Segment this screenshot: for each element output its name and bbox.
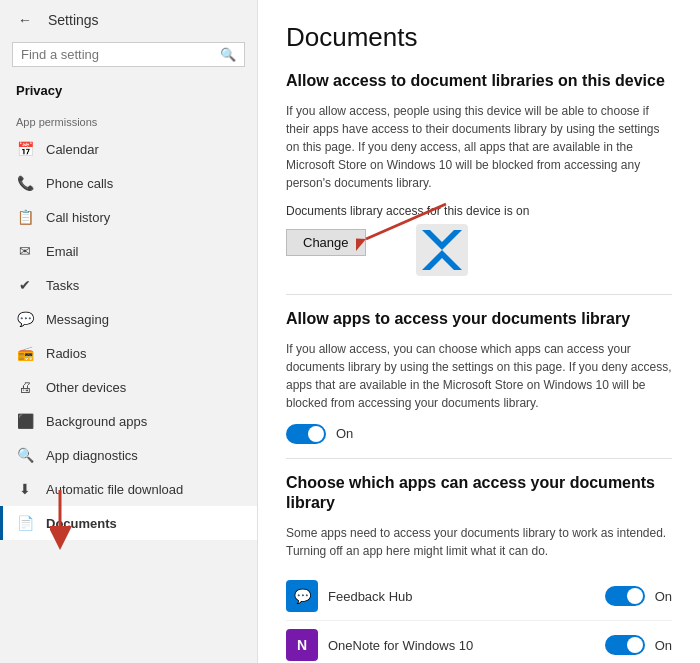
search-input[interactable] <box>21 47 214 62</box>
main-content: Documents Allow access to document libra… <box>258 0 700 663</box>
sidebar-item-label: Background apps <box>46 414 147 429</box>
sidebar-item-label: Other devices <box>46 380 126 395</box>
windows-logo <box>416 224 468 280</box>
call-history-icon: 📋 <box>16 209 34 225</box>
feedback-hub-toggle-label: On <box>655 589 672 604</box>
sidebar-item-radios[interactable]: 📻 Radios <box>0 336 257 370</box>
sidebar-item-label: Automatic file download <box>46 482 183 497</box>
calendar-icon: 📅 <box>16 141 34 157</box>
back-button[interactable]: ← <box>12 10 38 30</box>
section3-desc: Some apps need to access your documents … <box>286 524 672 560</box>
sidebar-item-email[interactable]: ✉ Email <box>0 234 257 268</box>
sidebar-item-tasks[interactable]: ✔ Tasks <box>0 268 257 302</box>
tasks-icon: ✔ <box>16 277 34 293</box>
auto-download-icon: ⬇ <box>16 481 34 497</box>
sidebar-item-call-history[interactable]: 📋 Call history <box>0 200 257 234</box>
onenote-toggle[interactable] <box>605 635 645 655</box>
search-icon: 🔍 <box>220 47 236 62</box>
sidebar-item-other-devices[interactable]: 🖨 Other devices <box>0 370 257 404</box>
divider-2 <box>286 458 672 459</box>
background-apps-icon: ⬛ <box>16 413 34 429</box>
settings-title: Settings <box>48 12 99 28</box>
sidebar-item-messaging[interactable]: 💬 Messaging <box>0 302 257 336</box>
device-access-label: Documents library access for this device… <box>286 204 672 218</box>
page-title: Documents <box>286 22 672 53</box>
feedback-hub-name: Feedback Hub <box>328 589 595 604</box>
sidebar-item-app-diagnostics[interactable]: 🔍 App diagnostics <box>0 438 257 472</box>
sidebar-item-label: Radios <box>46 346 86 361</box>
section3-heading: Choose which apps can access your docume… <box>286 473 672 515</box>
sidebar-item-background-apps[interactable]: ⬛ Background apps <box>0 404 257 438</box>
section-device-access: Allow access to document libraries on th… <box>286 71 672 280</box>
sidebar-item-label: Email <box>46 244 79 259</box>
section-choose-apps: Choose which apps can access your docume… <box>286 473 672 663</box>
sidebar-item-calendar[interactable]: 📅 Calendar <box>0 132 257 166</box>
feedback-hub-icon: 💬 <box>286 580 318 612</box>
section2-toggle[interactable] <box>286 424 326 444</box>
section2-desc: If you allow access, you can choose whic… <box>286 340 672 412</box>
sidebar-item-documents[interactable]: 📄 Documents <box>0 506 257 540</box>
section2-toggle-label: On <box>336 426 353 441</box>
radios-icon: 📻 <box>16 345 34 361</box>
onenote-icon: N <box>286 629 318 661</box>
sidebar-item-label: App diagnostics <box>46 448 138 463</box>
app-diagnostics-icon: 🔍 <box>16 447 34 463</box>
sidebar-item-label: Calendar <box>46 142 99 157</box>
onenote-name: OneNote for Windows 10 <box>328 638 595 653</box>
section1-desc: If you allow access, people using this d… <box>286 102 672 192</box>
section2-heading: Allow apps to access your documents libr… <box>286 309 672 330</box>
app-row-onenote: N OneNote for Windows 10 On <box>286 621 672 663</box>
app-list: 💬 Feedback Hub On N OneNote for Windows … <box>286 572 672 663</box>
app-row-feedback: 💬 Feedback Hub On <box>286 572 672 621</box>
messaging-icon: 💬 <box>16 311 34 327</box>
sidebar-item-label: Phone calls <box>46 176 113 191</box>
app-permissions-label: App permissions <box>0 106 257 132</box>
onenote-toggle-label: On <box>655 638 672 653</box>
feedback-hub-toggle[interactable] <box>605 586 645 606</box>
search-box[interactable]: 🔍 <box>12 42 245 67</box>
change-row: Change <box>286 224 672 280</box>
other-devices-icon: 🖨 <box>16 379 34 395</box>
sidebar-item-label: Call history <box>46 210 110 225</box>
email-icon: ✉ <box>16 243 34 259</box>
sidebar-item-automatic-file-download[interactable]: ⬇ Automatic file download <box>0 472 257 506</box>
divider-1 <box>286 294 672 295</box>
sidebar-header: ← Settings <box>0 0 257 36</box>
section1-heading: Allow access to document libraries on th… <box>286 71 672 92</box>
section-app-access: Allow apps to access your documents libr… <box>286 309 672 444</box>
change-button[interactable]: Change <box>286 229 366 256</box>
sidebar-item-label: Messaging <box>46 312 109 327</box>
sidebar-item-phone-calls[interactable]: 📞 Phone calls <box>0 166 257 200</box>
sidebar-item-label: Tasks <box>46 278 79 293</box>
sidebar-item-label: Documents <box>46 516 117 531</box>
section2-toggle-row: On <box>286 424 672 444</box>
privacy-label: Privacy <box>0 77 257 106</box>
documents-icon: 📄 <box>16 515 34 531</box>
sidebar: ← Settings 🔍 Privacy App permissions 📅 C… <box>0 0 258 663</box>
phone-icon: 📞 <box>16 175 34 191</box>
